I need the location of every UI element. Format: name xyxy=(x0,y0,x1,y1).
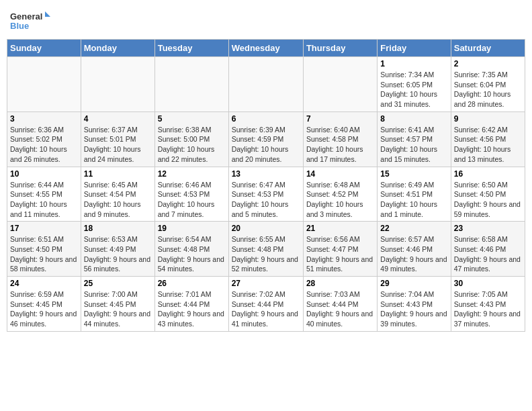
calendar-cell: 17Sunrise: 6:51 AM Sunset: 4:50 PM Dayli… xyxy=(7,222,81,277)
day-number: 14 xyxy=(306,169,374,179)
day-number: 8 xyxy=(380,114,447,124)
day-detail: Sunrise: 7:04 AM Sunset: 4:43 PM Dayligh… xyxy=(380,290,447,328)
day-detail: Sunrise: 7:03 AM Sunset: 4:44 PM Dayligh… xyxy=(306,290,373,328)
day-number: 6 xyxy=(232,114,300,124)
day-detail: Sunrise: 6:54 AM Sunset: 4:48 PM Dayligh… xyxy=(158,235,224,273)
day-number: 11 xyxy=(84,169,152,179)
day-detail: Sunrise: 6:46 AM Sunset: 4:53 PM Dayligh… xyxy=(158,181,215,218)
calendar-cell xyxy=(228,57,303,112)
calendar-cell: 22Sunrise: 6:57 AM Sunset: 4:46 PM Dayli… xyxy=(378,222,451,277)
day-detail: Sunrise: 6:37 AM Sunset: 5:01 PM Dayligh… xyxy=(84,126,141,163)
day-header-thursday: Thursday xyxy=(303,40,377,57)
header: GeneralBlue xyxy=(7,7,525,34)
calendar-cell: 23Sunrise: 6:58 AM Sunset: 4:46 PM Dayli… xyxy=(451,222,525,277)
day-detail: Sunrise: 6:56 AM Sunset: 4:47 PM Dayligh… xyxy=(306,235,373,273)
calendar-cell: 30Sunrise: 7:05 AM Sunset: 4:43 PM Dayli… xyxy=(451,277,525,332)
calendar-cell xyxy=(7,57,81,112)
calendar-cell: 12Sunrise: 6:46 AM Sunset: 4:53 PM Dayli… xyxy=(154,167,228,222)
calendar-cell: 1Sunrise: 7:34 AM Sunset: 6:05 PM Daylig… xyxy=(378,57,451,112)
day-detail: Sunrise: 7:02 AM Sunset: 4:44 PM Dayligh… xyxy=(232,290,298,328)
day-number: 27 xyxy=(232,279,300,288)
day-detail: Sunrise: 7:00 AM Sunset: 4:45 PM Dayligh… xyxy=(84,290,150,328)
day-detail: Sunrise: 6:57 AM Sunset: 4:46 PM Dayligh… xyxy=(380,235,447,273)
calendar-cell: 15Sunrise: 6:49 AM Sunset: 4:51 PM Dayli… xyxy=(378,167,451,222)
day-detail: Sunrise: 6:51 AM Sunset: 4:50 PM Dayligh… xyxy=(10,235,77,273)
week-row-3: 17Sunrise: 6:51 AM Sunset: 4:50 PM Dayli… xyxy=(7,222,525,277)
calendar-cell: 25Sunrise: 7:00 AM Sunset: 4:45 PM Dayli… xyxy=(81,277,154,332)
day-header-friday: Friday xyxy=(378,40,451,57)
calendar-cell: 8Sunrise: 6:41 AM Sunset: 4:57 PM Daylig… xyxy=(378,111,451,167)
day-detail: Sunrise: 6:53 AM Sunset: 4:49 PM Dayligh… xyxy=(84,235,150,273)
day-number: 12 xyxy=(158,169,226,179)
svg-text:General: General xyxy=(10,11,42,21)
day-number: 10 xyxy=(10,169,78,179)
calendar-cell: 11Sunrise: 6:45 AM Sunset: 4:54 PM Dayli… xyxy=(81,167,154,222)
day-detail: Sunrise: 6:48 AM Sunset: 4:52 PM Dayligh… xyxy=(306,181,363,218)
day-number: 24 xyxy=(10,279,78,288)
calendar-cell: 28Sunrise: 7:03 AM Sunset: 4:44 PM Dayli… xyxy=(303,277,377,332)
day-detail: Sunrise: 6:58 AM Sunset: 4:46 PM Dayligh… xyxy=(454,235,521,273)
calendar-cell: 29Sunrise: 7:04 AM Sunset: 4:43 PM Dayli… xyxy=(378,277,451,332)
logo: GeneralBlue xyxy=(10,10,50,34)
day-number: 7 xyxy=(306,114,374,124)
calendar-cell: 20Sunrise: 6:55 AM Sunset: 4:48 PM Dayli… xyxy=(228,222,303,277)
day-number: 17 xyxy=(10,224,78,233)
day-detail: Sunrise: 6:55 AM Sunset: 4:48 PM Dayligh… xyxy=(232,235,298,273)
calendar-cell xyxy=(81,57,154,112)
week-row-0: 1Sunrise: 7:34 AM Sunset: 6:05 PM Daylig… xyxy=(7,57,525,112)
day-number: 18 xyxy=(84,224,152,233)
calendar-cell: 16Sunrise: 6:50 AM Sunset: 4:50 PM Dayli… xyxy=(451,167,525,222)
day-number: 22 xyxy=(380,224,447,233)
calendar-cell: 14Sunrise: 6:48 AM Sunset: 4:52 PM Dayli… xyxy=(303,167,377,222)
calendar-cell: 3Sunrise: 6:36 AM Sunset: 5:02 PM Daylig… xyxy=(7,111,81,167)
calendar-cell: 13Sunrise: 6:47 AM Sunset: 4:53 PM Dayli… xyxy=(228,167,303,222)
day-detail: Sunrise: 7:05 AM Sunset: 4:43 PM Dayligh… xyxy=(454,290,521,328)
day-header-saturday: Saturday xyxy=(451,40,525,57)
day-number: 3 xyxy=(10,114,78,124)
calendar: SundayMondayTuesdayWednesdayThursdayFrid… xyxy=(7,39,525,332)
week-row-1: 3Sunrise: 6:36 AM Sunset: 5:02 PM Daylig… xyxy=(7,111,525,167)
svg-marker-1 xyxy=(45,11,50,17)
day-detail: Sunrise: 7:01 AM Sunset: 4:44 PM Dayligh… xyxy=(158,290,224,328)
day-number: 19 xyxy=(158,224,226,233)
day-number: 28 xyxy=(306,279,374,288)
calendar-cell: 19Sunrise: 6:54 AM Sunset: 4:48 PM Dayli… xyxy=(154,222,228,277)
calendar-cell: 10Sunrise: 6:44 AM Sunset: 4:55 PM Dayli… xyxy=(7,167,81,222)
day-header-sunday: Sunday xyxy=(7,40,81,57)
calendar-cell: 7Sunrise: 6:40 AM Sunset: 4:58 PM Daylig… xyxy=(303,111,377,167)
calendar-cell xyxy=(303,57,377,112)
week-row-4: 24Sunrise: 6:59 AM Sunset: 4:45 PM Dayli… xyxy=(7,277,525,332)
day-number: 23 xyxy=(454,224,522,233)
calendar-cell: 6Sunrise: 6:39 AM Sunset: 4:59 PM Daylig… xyxy=(228,111,303,167)
day-detail: Sunrise: 6:49 AM Sunset: 4:51 PM Dayligh… xyxy=(380,181,437,218)
day-number: 5 xyxy=(158,114,226,124)
day-number: 26 xyxy=(158,279,226,288)
calendar-cell: 26Sunrise: 7:01 AM Sunset: 4:44 PM Dayli… xyxy=(154,277,228,332)
day-number: 2 xyxy=(454,59,522,68)
week-row-2: 10Sunrise: 6:44 AM Sunset: 4:55 PM Dayli… xyxy=(7,167,525,222)
day-number: 13 xyxy=(232,169,300,179)
calendar-cell xyxy=(154,57,228,112)
day-header-wednesday: Wednesday xyxy=(228,40,303,57)
calendar-cell: 24Sunrise: 6:59 AM Sunset: 4:45 PM Dayli… xyxy=(7,277,81,332)
day-detail: Sunrise: 6:40 AM Sunset: 4:58 PM Dayligh… xyxy=(306,126,363,163)
day-detail: Sunrise: 6:42 AM Sunset: 4:56 PM Dayligh… xyxy=(454,126,511,163)
day-number: 30 xyxy=(454,279,522,288)
day-detail: Sunrise: 6:38 AM Sunset: 5:00 PM Dayligh… xyxy=(158,126,215,163)
day-number: 9 xyxy=(454,114,522,124)
day-detail: Sunrise: 7:34 AM Sunset: 6:05 PM Dayligh… xyxy=(380,71,437,108)
header-row: SundayMondayTuesdayWednesdayThursdayFrid… xyxy=(7,40,525,57)
day-detail: Sunrise: 6:45 AM Sunset: 4:54 PM Dayligh… xyxy=(84,181,141,218)
calendar-cell: 9Sunrise: 6:42 AM Sunset: 4:56 PM Daylig… xyxy=(451,111,525,167)
day-number: 4 xyxy=(84,114,152,124)
calendar-cell: 27Sunrise: 7:02 AM Sunset: 4:44 PM Dayli… xyxy=(228,277,303,332)
day-detail: Sunrise: 6:47 AM Sunset: 4:53 PM Dayligh… xyxy=(232,181,289,218)
day-detail: Sunrise: 6:50 AM Sunset: 4:50 PM Dayligh… xyxy=(454,181,521,218)
day-detail: Sunrise: 6:44 AM Sunset: 4:55 PM Dayligh… xyxy=(10,181,67,218)
calendar-cell: 5Sunrise: 6:38 AM Sunset: 5:00 PM Daylig… xyxy=(154,111,228,167)
day-number: 25 xyxy=(84,279,152,288)
day-number: 1 xyxy=(380,59,447,68)
calendar-cell: 21Sunrise: 6:56 AM Sunset: 4:47 PM Dayli… xyxy=(303,222,377,277)
day-detail: Sunrise: 6:41 AM Sunset: 4:57 PM Dayligh… xyxy=(380,126,437,163)
calendar-cell: 2Sunrise: 7:35 AM Sunset: 6:04 PM Daylig… xyxy=(451,57,525,112)
